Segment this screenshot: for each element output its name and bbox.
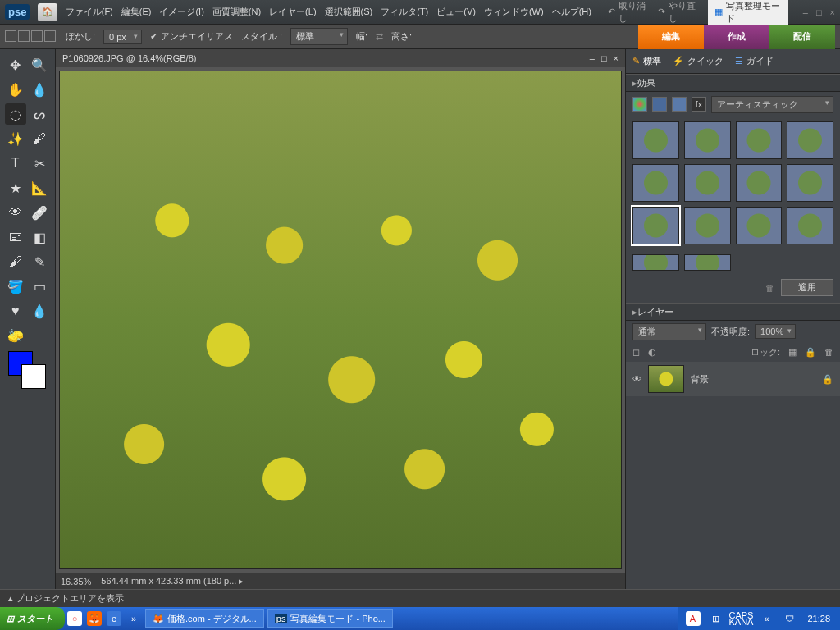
effect-thumb[interactable] <box>787 164 833 202</box>
blend-mode-select[interactable]: 通常 <box>632 323 706 340</box>
organizer-mode-button[interactable]: ▦写真整理モード <box>708 0 788 27</box>
taskbar-item[interactable]: 🦊価格.com - デジタル... <box>145 609 264 628</box>
trash-icon[interactable]: 🗑 <box>765 283 774 293</box>
eraser-tool[interactable]: ◧ <box>30 226 51 248</box>
eyedropper-tool[interactable]: 💧 <box>30 79 51 100</box>
home-button[interactable]: 🏠 <box>38 3 57 21</box>
rtab-quick[interactable]: ⚡クイック <box>673 55 724 67</box>
hand-tool[interactable]: ✋ <box>5 79 26 100</box>
quicklaunch-icon[interactable]: ○ <box>67 611 82 626</box>
effect-thumb[interactable] <box>632 207 679 244</box>
straighten-tool[interactable]: 📐 <box>30 177 51 199</box>
fx-filter-icon[interactable] <box>632 97 647 112</box>
zoom-tool[interactable]: 🔍 <box>30 54 51 75</box>
effect-thumb[interactable] <box>684 121 731 159</box>
dimensions-readout[interactable]: 564.44 mm x 423.33 mm (180 p... ▸ <box>101 576 244 587</box>
clone-tool[interactable]: 🖃 <box>5 226 26 248</box>
layer-row[interactable]: 👁 背景 🔒 <box>626 362 840 396</box>
quicklaunch-icon[interactable]: » <box>126 611 141 626</box>
redo-button[interactable]: ↷やり直し <box>658 0 700 25</box>
effect-thumb[interactable] <box>632 254 679 271</box>
menu-image[interactable]: イメージ(I) <box>159 6 203 18</box>
layers-panel-header[interactable]: レイヤー <box>626 303 840 321</box>
menu-filter[interactable]: フィルタ(T) <box>381 6 428 18</box>
effect-thumb[interactable] <box>736 207 783 244</box>
cookie-cutter-tool[interactable]: ★ <box>5 177 26 199</box>
tray-icon[interactable]: A <box>686 611 701 626</box>
smart-brush-tool[interactable]: ✎ <box>30 251 51 272</box>
menu-window[interactable]: ウィンドウ(W) <box>484 6 544 18</box>
adjustment-layer-icon[interactable]: ◐ <box>648 347 656 358</box>
close-button[interactable]: × <box>830 7 835 17</box>
opacity-input[interactable]: 100% <box>755 324 796 339</box>
lasso-tool[interactable]: ᔕ <box>30 103 51 125</box>
redeye-tool[interactable]: 👁 <box>5 202 26 223</box>
crop-tool[interactable]: ✂ <box>30 153 51 174</box>
new-layer-icon[interactable]: ◻ <box>632 347 640 358</box>
fx-photo-icon[interactable] <box>672 97 687 112</box>
bucket-tool[interactable]: 🪣 <box>5 276 26 297</box>
marquee-tool[interactable]: ◌ <box>5 103 26 125</box>
shape-tool[interactable]: ♥ <box>5 300 26 322</box>
menu-view[interactable]: ビュー(V) <box>436 6 476 18</box>
menu-edit[interactable]: 編集(E) <box>121 6 152 18</box>
effect-thumb[interactable] <box>684 164 731 202</box>
rtab-guided[interactable]: ☰ガイド <box>735 55 774 67</box>
effect-thumb[interactable] <box>736 164 783 202</box>
sponge-tool[interactable]: 🧽 <box>5 325 26 346</box>
tray-icon[interactable]: 🛡 <box>782 611 797 626</box>
layer-name[interactable]: 背景 <box>691 373 709 386</box>
ime-indicator[interactable]: CAPSKANA <box>729 612 754 625</box>
zoom-readout[interactable]: 16.35% <box>61 577 91 587</box>
move-tool[interactable]: ✥ <box>5 54 26 75</box>
tab-edit[interactable]: 編集 <box>638 25 704 49</box>
effect-thumb[interactable] <box>632 121 679 159</box>
effects-panel-header[interactable]: 効果 <box>626 74 840 92</box>
maximize-button[interactable]: □ <box>816 7 822 17</box>
swap-icon[interactable]: ⇄ <box>376 31 383 42</box>
visibility-icon[interactable]: 👁 <box>632 374 641 384</box>
tab-share[interactable]: 配信 <box>769 25 835 49</box>
healing-tool[interactable]: 🩹 <box>30 202 51 223</box>
undo-button[interactable]: ↶取り消し <box>608 0 650 25</box>
brush-tool[interactable]: 🖌 <box>5 251 26 272</box>
minimize-button[interactable]: – <box>803 7 808 17</box>
effect-thumb[interactable] <box>684 254 731 271</box>
color-swatches[interactable] <box>5 349 50 387</box>
delete-layer-icon[interactable]: 🗑 <box>824 347 833 357</box>
magic-wand-tool[interactable]: ✨ <box>5 128 26 149</box>
quick-select-tool[interactable]: 🖌 <box>30 128 51 149</box>
menu-help[interactable]: ヘルプ(H) <box>552 6 591 18</box>
blur-tool[interactable]: 💧 <box>30 300 51 322</box>
tab-create[interactable]: 作成 <box>704 25 769 49</box>
menu-layer[interactable]: レイヤー(L) <box>269 6 316 18</box>
quicklaunch-icon[interactable]: 🦊 <box>87 611 102 626</box>
clock[interactable]: 21:28 <box>807 614 830 623</box>
antialias-checkbox[interactable]: アンチエイリアス <box>150 30 233 43</box>
type-tool[interactable]: T <box>5 153 26 174</box>
project-area-toggle[interactable]: ▴ プロジェクトエリアを表示 <box>0 589 840 607</box>
menu-select[interactable]: 選択範囲(S) <box>325 6 373 18</box>
rtab-standard[interactable]: ✎標準 <box>632 55 661 67</box>
lock-pixels-icon[interactable]: ▦ <box>788 347 797 358</box>
selection-mode-icons[interactable] <box>5 30 57 43</box>
gradient-tool[interactable]: ▭ <box>30 276 51 297</box>
taskbar-item[interactable]: ps写真編集モード - Pho... <box>267 609 393 628</box>
quicklaunch-icon[interactable]: e <box>107 611 121 626</box>
doc-close[interactable]: × <box>614 53 619 63</box>
start-button[interactable]: ⊞スタート <box>0 607 65 630</box>
menu-file[interactable]: ファイル(F) <box>66 6 113 18</box>
effects-category-select[interactable]: アーティスティック <box>711 96 833 113</box>
effect-thumb[interactable] <box>736 121 783 159</box>
lock-all-icon[interactable]: 🔒 <box>805 347 816 358</box>
effect-thumb[interactable] <box>787 207 833 244</box>
menu-enhance[interactable]: 画質調整(N) <box>212 6 261 18</box>
fx-style-icon[interactable] <box>652 97 667 112</box>
tray-icon[interactable]: « <box>759 611 774 626</box>
canvas[interactable] <box>59 71 622 569</box>
doc-minimize[interactable]: – <box>590 53 595 63</box>
style-select[interactable]: 標準 <box>290 28 348 45</box>
apply-button[interactable]: 適用 <box>781 279 833 296</box>
fx-misc-icon[interactable]: fx <box>692 97 706 112</box>
effect-thumb[interactable] <box>684 207 731 244</box>
